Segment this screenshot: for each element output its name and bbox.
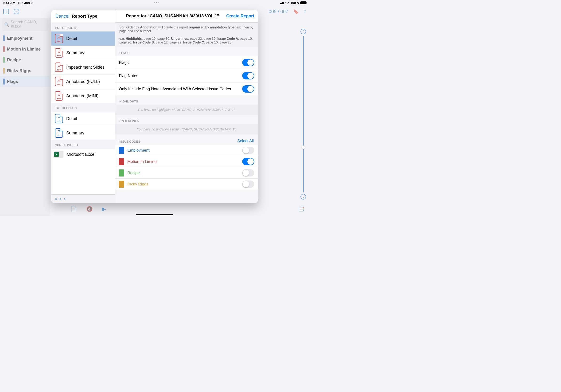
flags-header: FLAGS (115, 47, 258, 56)
select-all-button[interactable]: Select All (237, 139, 254, 143)
wifi-icon (285, 1, 289, 4)
issue-code-swatch (119, 147, 124, 154)
issue-codes-header: ISSUE CODES Select All (115, 134, 258, 145)
report-type-modal: Cancel Report Type PDF REPORTS PDF Detai… (51, 10, 258, 203)
underlines-header: UNDERLINES (115, 115, 258, 124)
sidebar-tag-recipe[interactable]: Recipe (0, 54, 50, 65)
toggle-switch[interactable] (242, 72, 254, 79)
scroll-track[interactable] (303, 36, 304, 193)
issue-code-label: Recipe (127, 171, 239, 175)
flag-option-only-include-flag-notes-associ: Only Include Flag Notes Associated With … (115, 83, 258, 95)
cellular-icon (280, 1, 284, 4)
pdf-reports-header: PDF REPORTS (51, 23, 115, 32)
spreadsheet-excel[interactable]: Microsoft Excel (51, 149, 115, 160)
issue-code-recipe: Recipe (115, 167, 258, 179)
issue-code-swatch (119, 181, 124, 188)
search-placeholder: Search CANO, SUSA (11, 20, 46, 29)
issue-code-swatch (119, 169, 124, 176)
report-for-title: Report for “CANO, SUSANNAH 3/30/18 VOL 1… (119, 14, 226, 19)
tag-color-swatch (3, 35, 5, 41)
report-label: Microsoft Excel (67, 152, 95, 157)
pdf-icon: PDF (55, 91, 63, 101)
modal-title: Report Type (72, 14, 97, 19)
report-label: Annotated (FULL) (66, 79, 100, 84)
issue-code-swatch (119, 158, 124, 165)
home-indicator[interactable] (136, 214, 173, 215)
pdf-icon: PDF (55, 63, 63, 72)
mute-icon[interactable]: 🔇 (86, 206, 93, 212)
tag-color-swatch (3, 78, 5, 85)
play-icon[interactable]: ▶ (102, 206, 106, 212)
pdf-icon: PDF (55, 77, 63, 86)
txt-report-detail[interactable]: TXT Detail (51, 112, 115, 126)
toggle-switch[interactable] (242, 158, 254, 165)
tag-label: Recipe (7, 58, 21, 63)
page-indicator: 005 / 007 (269, 9, 288, 14)
report-label: Impeachment Slides (66, 65, 105, 70)
sidebar-tag-employment[interactable]: Employment (0, 33, 50, 44)
tag-label: Ricky Riggs (7, 68, 31, 73)
toggle-switch[interactable] (242, 59, 254, 66)
underlines-empty: You have no underlines within “CANO, SUS… (115, 124, 258, 134)
issue-code-label: Ricky Riggs (127, 182, 239, 187)
search-input[interactable]: 🔍 Search CANO, SUSA (2, 18, 48, 31)
setting-label: Only Include Flag Notes Associated With … (119, 87, 231, 91)
more-options-icon[interactable]: ○ ○ ○ (51, 194, 115, 203)
toggle-switch[interactable] (242, 147, 254, 154)
excel-icon (55, 151, 64, 158)
txt-icon: TXT (55, 128, 63, 138)
issue-code-ricky-riggs: Ricky Riggs (115, 179, 258, 190)
tag-color-swatch (3, 68, 5, 74)
tag-label: Flags (7, 79, 18, 84)
pdf-report-annotated-full-[interactable]: PDF Annotated (FULL) (51, 74, 115, 89)
setting-label: Flag Notes (119, 74, 138, 78)
highlights-empty: You have no highlights within “CANO, SUS… (115, 105, 258, 115)
report-label: Annotated (MINI) (66, 94, 98, 98)
highlights-header: HIGHLIGHTS (115, 95, 258, 105)
report-label: Summary (66, 131, 84, 136)
pdf-report-impeachment-slides[interactable]: PDF Impeachment Slides (51, 60, 115, 74)
create-report-button[interactable]: Create Report (226, 14, 254, 19)
issue-code-label: Employment (127, 148, 239, 153)
back-icon[interactable]: ← (14, 9, 19, 14)
multitasking-dots[interactable] (154, 2, 159, 3)
add-note-icon[interactable]: 📄 (70, 206, 77, 212)
report-label: Detail (66, 116, 77, 121)
sidebar-tag-flags[interactable]: Flags (0, 76, 50, 87)
txt-report-summary[interactable]: TXT Summary (51, 126, 115, 140)
spreadsheet-header: SPREADSHEET (51, 140, 115, 149)
cancel-button[interactable]: Cancel (55, 14, 69, 19)
history-doc-icon[interactable]: 📑 (298, 206, 304, 212)
scroll-down-icon[interactable]: ⌄ (301, 194, 306, 199)
txt-reports-header: TXT REPORTS (51, 103, 115, 112)
tag-label: Employment (7, 36, 32, 41)
txt-icon: TXT (55, 114, 63, 123)
bookmark-icon[interactable]: 🔖 (293, 9, 299, 14)
toggle-switch[interactable] (242, 169, 254, 176)
sidebar-tag-motion-in-limine[interactable]: Motion In Limine (0, 44, 50, 54)
report-label: Summary (66, 51, 84, 55)
setting-label: Flags (119, 60, 129, 65)
pdf-icon: PDF (55, 48, 63, 58)
toggle-switch[interactable] (242, 85, 254, 93)
toggle-switch[interactable] (242, 181, 254, 188)
tag-color-swatch (3, 57, 5, 63)
issue-code-employment: Employment (115, 145, 258, 156)
flag-option-flag-notes: Flag Notes (115, 69, 258, 83)
scroll-thumb[interactable] (302, 145, 305, 149)
report-label: Detail (66, 36, 77, 41)
pdf-report-summary[interactable]: PDF Summary (51, 46, 115, 60)
sort-order-description: Sort Order by Annotation will create the… (115, 22, 258, 47)
sidebar-tag-ricky-riggs[interactable]: Ricky Riggs (0, 65, 50, 76)
scroll-up-icon[interactable]: ⌃ (301, 29, 306, 34)
pdf-icon: PDF (55, 34, 63, 43)
share-icon[interactable]: ⤴ (303, 9, 306, 14)
tag-label: Motion In Limine (7, 47, 41, 52)
flag-option-flags: Flags (115, 56, 258, 69)
pdf-report-detail[interactable]: PDF Detail (51, 32, 115, 46)
battery-icon (300, 1, 306, 4)
pdf-report-annotated-mini-[interactable]: PDF Annotated (MINI) (51, 89, 115, 103)
status-date: Tue Jan 9 (18, 1, 33, 5)
sidebar-toggle-icon[interactable]: ▯ (3, 9, 9, 14)
issue-code-motion-in-limine: Motion In Limine (115, 156, 258, 167)
